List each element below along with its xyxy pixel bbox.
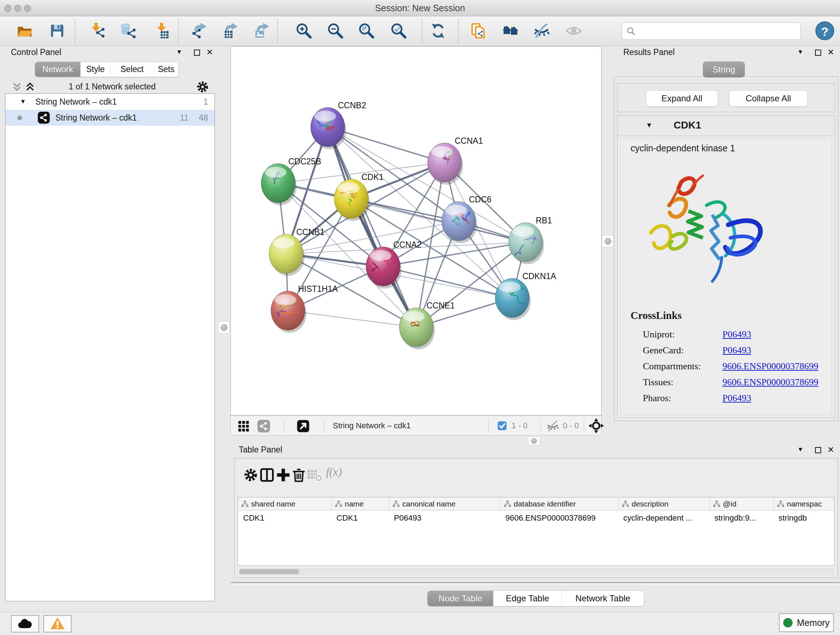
enable-glass-ball-effect-icon[interactable] <box>533 22 550 40</box>
node-label-CCNB1: CCNB1 <box>296 227 325 237</box>
node-HIST1H1A[interactable]: HIST1H1A <box>271 284 338 333</box>
table-panel-menu-icon[interactable]: ▼ <box>797 446 804 453</box>
hidden-eye-icon[interactable] <box>546 420 559 432</box>
crosslink-value-link[interactable]: P06493 <box>722 345 751 356</box>
collection-expand-icon[interactable]: ▼ <box>20 98 26 105</box>
network-canvas[interactable]: CCNB2CCNA1CDC25BCDK1CDC6RB1CCNB1CCNA2CDK… <box>231 46 602 416</box>
table-cell[interactable]: CDK1 <box>238 510 332 526</box>
import-network-from-database-icon[interactable] <box>120 22 137 40</box>
crosslink-value-link[interactable]: P06493 <box>722 393 751 404</box>
table-cell[interactable]: CDK1 <box>332 510 389 526</box>
toolbar-separator <box>74 19 75 42</box>
tab-style[interactable]: Style <box>80 62 110 77</box>
table-cell[interactable]: cyclin-dependent ... <box>618 510 709 526</box>
collapse-all-networks-icon[interactable] <box>11 81 23 92</box>
show-columns-icon[interactable] <box>259 467 275 483</box>
control-panel-close-icon[interactable]: ✕ <box>206 48 213 57</box>
memory-button[interactable]: Memory <box>779 613 834 632</box>
detach-view-icon[interactable] <box>296 419 310 433</box>
birds-eye-view-icon[interactable] <box>237 420 249 432</box>
table-cell[interactable]: 9606.ENSP00000378699 <box>500 510 618 526</box>
open-session-icon[interactable] <box>16 22 33 40</box>
fit-selection-crosshair-icon[interactable] <box>588 418 604 434</box>
control-panel-float-icon[interactable] <box>194 50 200 56</box>
node-CCNB2[interactable]: CCNB2 <box>311 101 366 149</box>
search-field <box>622 22 801 40</box>
node-CCNA1[interactable]: CCNA1 <box>428 136 483 185</box>
warnings-button[interactable] <box>43 615 72 632</box>
node-CDKN1A[interactable]: CDKN1A <box>495 272 556 320</box>
apply-preferred-layout-icon[interactable] <box>429 22 447 40</box>
column-header--id[interactable]: @id <box>709 497 774 510</box>
column-header-name[interactable]: name <box>332 497 389 510</box>
table-cell[interactable]: P06493 <box>389 510 500 526</box>
table-panel-float-icon[interactable] <box>815 447 821 453</box>
results-panel-menu-icon[interactable]: ▼ <box>797 49 804 56</box>
tab-string[interactable]: String <box>703 62 745 78</box>
protein-section-header[interactable]: ▼ CDK1 <box>617 116 835 136</box>
create-column-icon[interactable] <box>275 467 292 483</box>
zoom-out-icon[interactable] <box>327 22 344 40</box>
import-table-from-file-icon[interactable] <box>153 22 170 40</box>
right-divider-handle[interactable] <box>602 235 614 247</box>
export-image-icon[interactable] <box>253 22 271 40</box>
table-cell[interactable]: stringdb <box>774 510 834 526</box>
node-CCNB1[interactable]: CCNB1 <box>269 227 325 276</box>
tab-edge-table[interactable]: Edge Table <box>493 591 561 606</box>
export-network-icon[interactable] <box>191 22 208 40</box>
zoom-fit-content-icon[interactable] <box>358 22 375 40</box>
control-panel-menu-icon[interactable]: ▼ <box>176 49 182 56</box>
node-CDC25B[interactable]: CDC25B <box>261 157 321 205</box>
tab-select[interactable]: Select <box>110 62 153 77</box>
table-cell[interactable]: stringdb:9... <box>709 510 774 526</box>
zoom-selected-icon[interactable] <box>390 22 407 40</box>
tab-network-table[interactable]: Network Table <box>561 591 644 606</box>
new-network-from-selection-icon[interactable] <box>470 22 487 40</box>
results-panel-float-icon[interactable] <box>815 50 821 56</box>
crosslink-value-link[interactable]: 9606.ENSP00000378699 <box>722 361 818 372</box>
node-CDC6[interactable]: CDC6 <box>442 195 492 243</box>
column-header-description[interactable]: description <box>618 497 709 510</box>
selected-checkbox-icon[interactable] <box>497 421 507 431</box>
crosslink-value-link[interactable]: 9606.ENSP00000378699 <box>722 377 818 388</box>
table-horizontal-scrollbar[interactable] <box>238 568 835 575</box>
import-network-from-file-icon[interactable] <box>89 22 107 40</box>
tab-network[interactable]: Network <box>35 62 80 77</box>
protein-collapse-icon[interactable]: ▼ <box>646 121 653 129</box>
export-table-icon[interactable] <box>222 22 239 40</box>
edge-HIST1H1A-CCNE1[interactable] <box>288 310 416 327</box>
node-label-HIST1H1A: HIST1H1A <box>298 284 338 294</box>
scrollbar-thumb[interactable] <box>239 569 299 574</box>
table-row[interactable]: CDK1CDK1P064939606.ENSP00000378699cyclin… <box>238 510 834 526</box>
expand-all-button[interactable]: Expand All <box>646 90 718 107</box>
crosslink-label: GeneCard: <box>643 345 722 356</box>
string-search-icon[interactable] <box>502 22 519 40</box>
edge-CCNB2-CCNE1[interactable] <box>328 127 416 327</box>
network-collection-row[interactable]: ▼ String Network – cdk1 1 <box>5 94 215 110</box>
tab-sets[interactable]: Sets <box>154 62 178 77</box>
edge-CDK1-RB1[interactable] <box>351 199 526 242</box>
column-header-shared-name[interactable]: shared name <box>238 497 332 510</box>
table-options-gear-icon[interactable] <box>242 467 259 483</box>
crosslink-value-link[interactable]: P06493 <box>722 329 751 340</box>
save-session-icon[interactable] <box>49 22 66 40</box>
node-RB1[interactable]: RB1 <box>508 216 552 264</box>
column-header-database-identifier[interactable]: database identifier <box>500 497 618 510</box>
network-options-gear-icon[interactable] <box>195 80 210 94</box>
table-panel-close-icon[interactable]: ✕ <box>827 445 834 455</box>
network-row[interactable]: String Network – cdk1 11 48 <box>5 110 215 126</box>
expand-all-networks-icon[interactable] <box>24 81 36 92</box>
search-input[interactable] <box>639 26 797 36</box>
results-panel-close-icon[interactable]: ✕ <box>827 48 834 57</box>
column-header-namespac[interactable]: namespac <box>774 497 834 510</box>
bottom-divider-handle[interactable] <box>528 437 540 445</box>
tab-node-table[interactable]: Node Table <box>428 591 493 606</box>
collapse-all-button[interactable]: Collapse All <box>729 90 808 107</box>
zoom-in-icon[interactable] <box>295 22 313 40</box>
cloud-button[interactable] <box>11 615 39 632</box>
left-divider-handle[interactable] <box>218 321 230 333</box>
column-header-canonical-name[interactable]: canonical name <box>389 497 500 510</box>
help-button[interactable]: ? <box>815 21 834 40</box>
delete-columns-icon[interactable] <box>291 467 307 483</box>
column-type-icon <box>777 500 785 508</box>
